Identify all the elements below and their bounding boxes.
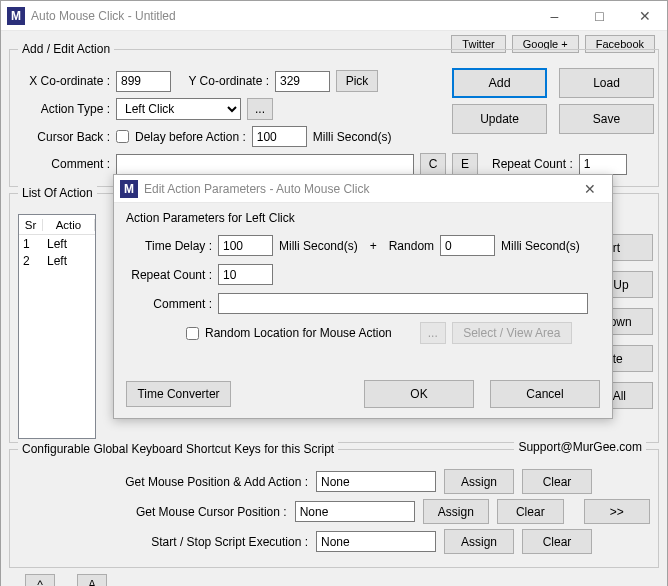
expand-button[interactable]: >>	[584, 499, 650, 524]
action-type-select[interactable]: Left Click	[116, 98, 241, 120]
dialog-legend: Action Parameters for Left Click	[126, 211, 600, 225]
shortcut2-clear-button[interactable]: Clear	[497, 499, 563, 524]
cancel-button[interactable]: Cancel	[490, 380, 600, 408]
random-location-label: Random Location for Mouse Action	[205, 326, 392, 340]
random-delay-label: Random	[389, 239, 434, 253]
shortcut2-input[interactable]	[295, 501, 415, 522]
shortcuts-group: Configurable Global Keyboard Shortcut Ke…	[9, 449, 659, 568]
pick-button[interactable]: Pick	[336, 70, 378, 92]
dialog-comment-label: Comment :	[126, 297, 212, 311]
shortcut3-label: Start / Stop Script Execution :	[18, 535, 308, 549]
window-title: Auto Mouse Click - Untitled	[31, 9, 532, 23]
a-button[interactable]: A	[77, 574, 107, 586]
titlebar: M Auto Mouse Click - Untitled – □ ✕	[1, 1, 667, 31]
shortcut2-assign-button[interactable]: Assign	[423, 499, 489, 524]
dialog-repeat-label: Repeat Count :	[126, 268, 212, 282]
cursor-back-checkbox[interactable]	[116, 130, 129, 143]
actions-table[interactable]: Sr Actio 1 Left 2 Left	[18, 214, 96, 439]
support-link[interactable]: Support@MurGee.com	[514, 440, 646, 454]
minimize-icon[interactable]: –	[532, 1, 577, 30]
repeat-count-input[interactable]	[579, 154, 627, 175]
shortcut1-input[interactable]	[316, 471, 436, 492]
th-sr: Sr	[19, 219, 43, 231]
add-edit-legend: Add / Edit Action	[18, 42, 114, 56]
add-edit-group: Add / Edit Action Add Load Update Save X…	[9, 49, 659, 187]
random-location-checkbox[interactable]	[186, 327, 199, 340]
dialog-close-icon[interactable]: ✕	[567, 174, 612, 203]
x-coord-label: X Co-ordinate :	[18, 74, 110, 88]
close-icon[interactable]: ✕	[622, 1, 667, 30]
shortcut1-clear-button[interactable]: Clear	[522, 469, 592, 494]
update-button[interactable]: Update	[452, 104, 547, 134]
shortcut2-label: Get Mouse Cursor Position :	[18, 505, 287, 519]
time-delay-label: Time Delay :	[126, 239, 212, 253]
table-row[interactable]: 2 Left	[19, 252, 95, 269]
shortcut3-input[interactable]	[316, 531, 436, 552]
select-view-area-button: Select / View Area	[452, 322, 572, 344]
y-coord-label: Y Co-ordinate :	[177, 74, 269, 88]
time-delay-units: Milli Second(s)	[279, 239, 358, 253]
action-type-ellipsis-button[interactable]: ...	[247, 98, 273, 120]
dialog-titlebar: M Edit Action Parameters - Auto Mouse Cl…	[114, 175, 612, 203]
random-delay-input[interactable]	[440, 235, 495, 256]
random-location-ellipsis-button: ...	[420, 322, 446, 344]
comment-input[interactable]	[116, 154, 414, 175]
shortcut1-label: Get Mouse Position & Add Action :	[18, 475, 308, 489]
table-row[interactable]: 1 Left	[19, 235, 95, 252]
x-coord-input[interactable]	[116, 71, 171, 92]
repeat-count-label: Repeat Count :	[492, 157, 573, 171]
e-button[interactable]: E	[452, 153, 478, 175]
action-type-label: Action Type :	[18, 102, 110, 116]
y-coord-input[interactable]	[275, 71, 330, 92]
app-icon: M	[120, 180, 138, 198]
load-button[interactable]: Load	[559, 68, 654, 98]
delay-input[interactable]	[252, 126, 307, 147]
maximize-icon[interactable]: □	[577, 1, 622, 30]
time-converter-button[interactable]: Time Converter	[126, 381, 231, 407]
shortcut1-assign-button[interactable]: Assign	[444, 469, 514, 494]
shortcut3-assign-button[interactable]: Assign	[444, 529, 514, 554]
caret-button[interactable]: ^	[25, 574, 55, 586]
comment-label: Comment :	[18, 157, 110, 171]
save-button[interactable]: Save	[559, 104, 654, 134]
add-edit-right-col: Add Load Update Save	[452, 68, 654, 134]
delay-units: Milli Second(s)	[313, 130, 392, 144]
cursor-back-label: Cursor Back :	[18, 130, 110, 144]
delay-label: Delay before Action :	[135, 130, 246, 144]
th-action: Actio	[43, 219, 95, 231]
c-button[interactable]: C	[420, 153, 446, 175]
shortcut3-clear-button[interactable]: Clear	[522, 529, 592, 554]
app-icon: M	[7, 7, 25, 25]
plus-label: +	[370, 239, 377, 253]
ok-button[interactable]: OK	[364, 380, 474, 408]
list-legend: List Of Action	[18, 186, 97, 200]
edit-action-dialog: M Edit Action Parameters - Auto Mouse Cl…	[113, 174, 613, 419]
dialog-client: Action Parameters for Left Click Time De…	[114, 203, 612, 418]
random-delay-units: Milli Second(s)	[501, 239, 580, 253]
shortcuts-legend: Configurable Global Keyboard Shortcut Ke…	[18, 442, 338, 456]
dialog-title: Edit Action Parameters - Auto Mouse Clic…	[144, 182, 567, 196]
dialog-comment-input[interactable]	[218, 293, 588, 314]
dialog-repeat-input[interactable]	[218, 264, 273, 285]
time-delay-input[interactable]	[218, 235, 273, 256]
add-button[interactable]: Add	[452, 68, 547, 98]
